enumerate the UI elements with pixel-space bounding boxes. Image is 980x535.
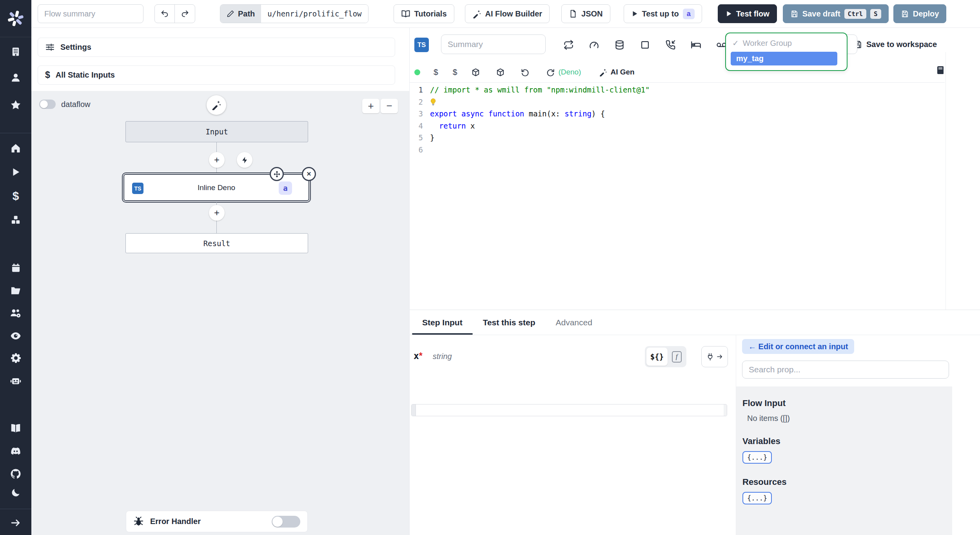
cache-button[interactable] — [614, 40, 625, 50]
undo-icon — [160, 9, 169, 18]
library-button[interactable] — [936, 65, 945, 76]
zoom-out-button[interactable]: − — [381, 99, 398, 113]
editor-divider — [946, 52, 946, 310]
windmill-logo[interactable] — [0, 0, 31, 37]
line-content: return x — [430, 122, 475, 130]
eye-icon — [10, 330, 22, 342]
dataflow-toggle[interactable] — [39, 100, 56, 109]
argument-value-input[interactable] — [417, 404, 723, 416]
retries-button[interactable] — [563, 40, 574, 50]
graph-zoom-controls: + − — [362, 99, 398, 113]
add-trigger-button[interactable] — [237, 152, 252, 168]
dollar-icon: $ — [13, 189, 19, 203]
add-step-below-button[interactable]: + — [209, 205, 225, 221]
connect-input-button[interactable] — [701, 346, 728, 367]
code-editor[interactable]: 1// import * as wmill from "npm:windmill… — [410, 82, 945, 310]
reload-runtime-button[interactable] — [546, 68, 555, 77]
variable-picker-button[interactable]: $ — [434, 67, 438, 77]
code-line[interactable]: 2 — [410, 96, 945, 108]
code-line[interactable]: 1// import * as wmill from "npm:windmill… — [410, 84, 945, 96]
tab-advanced[interactable]: Advanced — [545, 310, 602, 335]
code-line[interactable]: 4 return x — [410, 120, 945, 132]
flow-summary-input[interactable] — [38, 4, 143, 23]
moon-icon — [11, 488, 21, 498]
save-to-workspace-button[interactable]: Save to workspace — [853, 40, 937, 49]
arrow-right-icon — [716, 353, 723, 360]
package-lock-button[interactable] — [496, 68, 505, 77]
sidebar-item-variables[interactable]: $ — [0, 188, 31, 204]
sidebar-item-resources[interactable] — [0, 212, 31, 228]
javascript-mode-toggle[interactable]: f — [668, 348, 685, 366]
line-content: // import * as wmill from "npm:windmill-… — [430, 85, 650, 94]
step-summary-input[interactable] — [441, 34, 546, 54]
save-icon — [790, 10, 799, 18]
sidebar-item-audit[interactable] — [0, 328, 31, 344]
resources-object-chip[interactable]: {...} — [742, 492, 772, 504]
sidebar-item-github[interactable] — [0, 466, 31, 482]
tab-step-input[interactable]: Step Input — [412, 310, 473, 335]
tutorials-button[interactable]: Tutorials — [394, 4, 454, 23]
top-toolbar: Path u/henri/prolific_flow Tutorials AI … — [31, 0, 980, 28]
wand-sparkles-icon — [211, 100, 221, 110]
save-draft-button[interactable]: Save draft Ctrl S — [783, 4, 889, 23]
sidebar-item-docs[interactable] — [0, 421, 31, 436]
sidebar-item-user[interactable] — [0, 70, 31, 85]
deploy-button[interactable]: Deploy — [893, 4, 947, 23]
sidebar-item-schedules[interactable] — [0, 260, 31, 276]
delete-step-button[interactable]: ✕ — [302, 167, 316, 181]
json-button[interactable]: JSON — [561, 4, 610, 23]
sidebar-item-dark-mode[interactable] — [0, 485, 31, 501]
code-line[interactable]: 5} — [410, 132, 945, 144]
sidebar-item-favorites[interactable] — [0, 97, 31, 113]
input-mode-toggle-group: ${} f — [645, 346, 686, 367]
package-button[interactable] — [471, 68, 480, 77]
sidebar-item-runs[interactable] — [0, 164, 31, 180]
path-control[interactable]: Path u/henri/prolific_flow — [220, 4, 368, 23]
worker-group-dropdown-header: ✓ Worker Group — [726, 33, 847, 51]
sidebar-item-folders[interactable] — [0, 283, 31, 298]
ai-flow-builder-button[interactable]: AI Flow Builder — [465, 4, 550, 23]
test-up-to-button[interactable]: Test up to a — [624, 4, 702, 23]
redo-button[interactable] — [175, 5, 195, 23]
variables-object-chip[interactable]: {...} — [742, 451, 772, 464]
sleep-button[interactable] — [691, 40, 701, 50]
edit-or-connect-button[interactable]: ← Edit or connect an input — [742, 339, 854, 354]
reset-code-button[interactable] — [521, 68, 530, 77]
sidebar-item-groups[interactable] — [0, 305, 31, 321]
error-handler-row[interactable]: Error Handler — [126, 511, 308, 532]
undo-button[interactable] — [155, 5, 175, 23]
add-step-button[interactable]: + — [209, 152, 225, 168]
worker-group-option-selected[interactable]: my_tag — [731, 52, 837, 65]
code-line[interactable]: 6 — [410, 144, 945, 156]
error-handler-label: Error Handler — [150, 517, 201, 526]
inline-deno-step-node[interactable]: TS Inline Deno a ✕ — [123, 174, 309, 201]
template-mode-toggle[interactable]: ${} — [646, 348, 668, 366]
tab-test-this-step[interactable]: Test this step — [473, 310, 546, 335]
sidebar-expand-button[interactable] — [0, 515, 31, 531]
all-static-inputs-row[interactable]: $ All Static Inputs — [38, 65, 395, 85]
prop-search-input[interactable] — [742, 361, 949, 379]
variables-section-title: Variables — [742, 436, 946, 446]
result-node[interactable]: Result — [125, 233, 308, 253]
zoom-in-button[interactable]: + — [362, 99, 379, 113]
sidebar-item-workspace[interactable] — [0, 44, 31, 60]
move-step-handle[interactable] — [270, 167, 284, 181]
input-node[interactable]: Input — [125, 121, 308, 142]
open-book-icon — [10, 423, 22, 434]
code-line[interactable]: 3export async function main(x: string) { — [410, 108, 945, 120]
suspend-button[interactable] — [665, 40, 676, 50]
test-flow-button[interactable]: Test flow — [718, 4, 777, 23]
ai-gen-button[interactable]: AI Gen — [599, 68, 634, 76]
concurrency-button[interactable] — [589, 40, 599, 50]
sidebar-item-workers[interactable] — [0, 373, 31, 389]
sidebar-item-settings[interactable] — [0, 350, 31, 366]
ai-assistant-button[interactable] — [207, 95, 226, 115]
arrow-right-icon — [10, 517, 21, 528]
sidebar-item-discord[interactable] — [0, 443, 31, 459]
error-handler-toggle[interactable] — [272, 516, 300, 528]
resource-picker-button[interactable]: $ — [453, 67, 457, 77]
early-stop-button[interactable] — [640, 40, 650, 50]
sidebar-item-home[interactable] — [0, 140, 31, 156]
flow-settings-row[interactable]: Settings — [38, 38, 395, 57]
resize-handle[interactable] — [412, 404, 416, 416]
